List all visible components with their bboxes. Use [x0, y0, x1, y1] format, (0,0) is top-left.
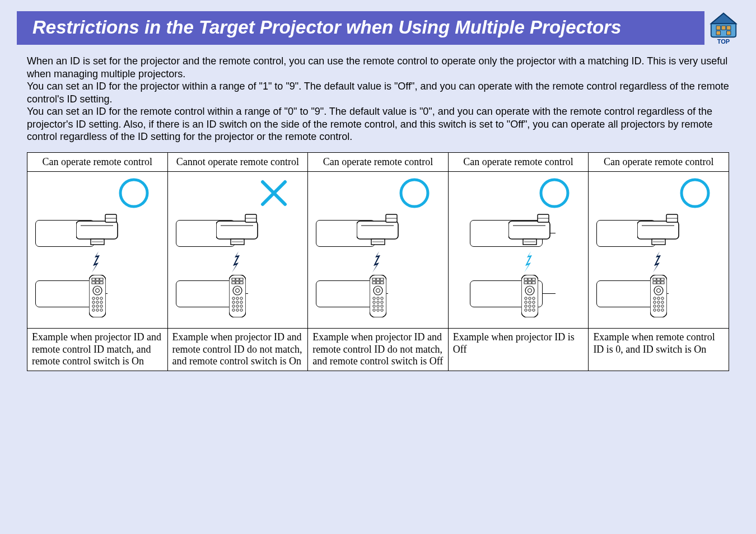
projector-icon [508, 213, 551, 249]
page-title: Restrictions in the Target Projector whe… [17, 11, 704, 45]
remote-icon [370, 275, 386, 321]
signal-arrow-icon [91, 251, 104, 277]
caption-cell: Example when projector ID is Off [448, 329, 589, 371]
remote-callout [35, 280, 95, 307]
result-ok-icon [117, 176, 151, 210]
diagram-cell [167, 172, 308, 329]
signal-arrow-icon [523, 251, 536, 277]
diagram-cell [27, 172, 168, 329]
col-header: Can operate remote control [308, 152, 449, 172]
result-cross-icon [257, 176, 291, 210]
result-ok-icon [538, 176, 571, 210]
remote-icon [229, 275, 246, 321]
signal-arrow-icon [652, 251, 665, 277]
result-ok-icon [678, 176, 712, 210]
signal-arrow-icon [231, 251, 244, 277]
top-label: TOP [717, 38, 730, 45]
intro-p3: You can set an ID for the remote control… [27, 105, 729, 143]
svg-point-37 [682, 180, 708, 207]
svg-point-35 [401, 180, 428, 207]
diagram-cell [448, 172, 589, 329]
title-bar: Restrictions in the Target Projector whe… [17, 11, 739, 45]
svg-point-32 [120, 180, 147, 207]
signal-arrow-icon [371, 251, 385, 277]
table-diagram-row [27, 172, 729, 329]
remote-callout [316, 280, 375, 307]
diagram-cell [589, 172, 729, 329]
home-top-icon[interactable]: TOP [708, 11, 739, 45]
caption-cell: Example when projector ID and remote con… [27, 329, 168, 371]
examples-table: Can operate remote control Cannot operat… [27, 152, 729, 371]
table-header-row: Can operate remote control Cannot operat… [27, 152, 729, 172]
remote-icon [650, 275, 667, 321]
page: Restrictions in the Target Projector whe… [0, 0, 756, 371]
table-caption-row: Example when projector ID and remote con… [27, 329, 729, 371]
diagram-cell [308, 172, 449, 329]
intro-p2: You can set an ID for the projector with… [27, 80, 729, 105]
svg-point-36 [541, 180, 568, 207]
projector-icon [216, 213, 259, 249]
result-ok-icon [398, 176, 431, 210]
projector-icon [357, 213, 399, 249]
remote-callout [596, 280, 656, 307]
caption-cell: Example when projector ID and remote con… [167, 329, 308, 371]
col-header: Can operate remote control [27, 152, 168, 172]
caption-cell: Example when remote control ID is 0, and… [589, 329, 729, 371]
projector-icon [76, 213, 119, 249]
remote-icon [521, 275, 538, 321]
corner-icons: TOP [708, 11, 739, 45]
projector-icon [637, 213, 680, 249]
col-header: Cannot operate remote control [167, 152, 308, 172]
col-header: Can operate remote control [589, 152, 729, 172]
remote-callout [176, 280, 235, 307]
caption-cell: Example when projector ID and remote con… [308, 329, 449, 371]
intro-p1: When an ID is set for the projector and … [27, 55, 729, 80]
remote-icon [89, 275, 106, 321]
col-header: Can operate remote control [448, 152, 589, 172]
intro-text: When an ID is set for the projector and … [27, 55, 729, 143]
